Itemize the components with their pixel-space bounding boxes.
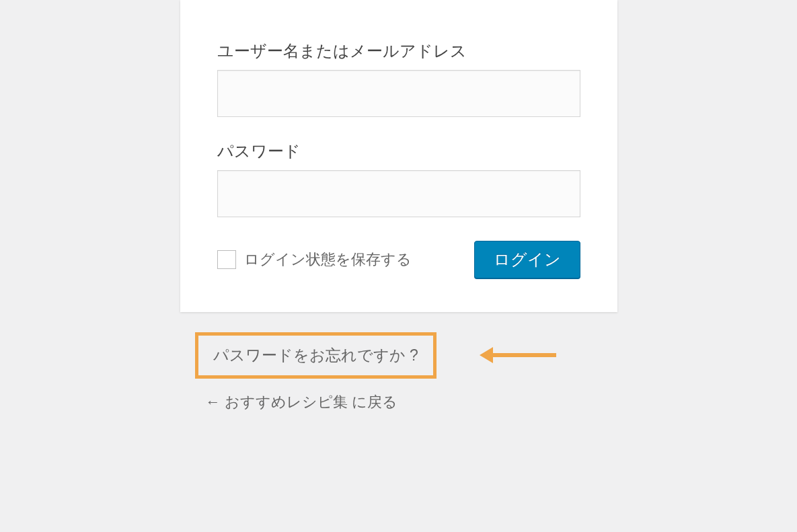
remember-me-label: ログイン状態を保存する [244, 250, 412, 270]
remember-me-checkbox[interactable] [217, 250, 236, 269]
arrow-line [492, 353, 556, 357]
form-bottom-row: ログイン状態を保存する ログイン [217, 241, 580, 278]
remember-me-wrap: ログイン状態を保存する [217, 250, 412, 270]
forgot-password-link[interactable]: パスワードをお忘れですか ? [213, 346, 418, 364]
links-area: パスワードをお忘れですか ? ← おすすめレシピ集 に戻る [180, 332, 617, 412]
password-label: パスワード [217, 141, 580, 162]
login-form: ユーザー名またはメールアドレス パスワード ログイン状態を保存する ログイン [180, 0, 617, 312]
password-field-group: パスワード [217, 141, 580, 217]
back-to-site-link[interactable]: ← おすすめレシピ集 に戻る [206, 392, 617, 412]
username-field-group: ユーザー名またはメールアドレス [217, 40, 580, 117]
arrow-annotation [480, 347, 556, 363]
username-input[interactable] [217, 70, 580, 117]
username-label: ユーザー名またはメールアドレス [217, 40, 580, 62]
forgot-password-highlight: パスワードをお忘れですか ? [195, 332, 437, 379]
arrow-left-icon [480, 347, 493, 363]
login-button[interactable]: ログイン [474, 241, 580, 278]
password-input[interactable] [217, 170, 580, 217]
